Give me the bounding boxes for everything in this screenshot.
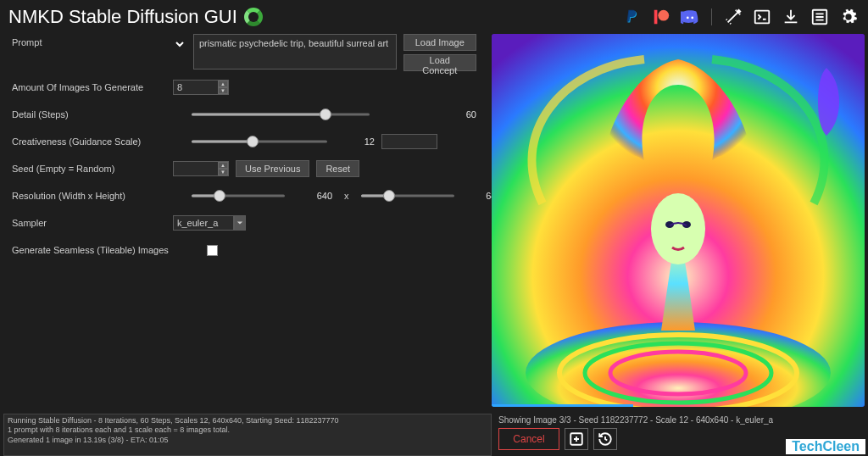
prompt-input[interactable] — [193, 34, 397, 70]
height-slider[interactable] — [361, 188, 454, 203]
use-previous-button[interactable]: Use Previous — [236, 160, 309, 177]
down-arrow-icon[interactable]: ▼ — [218, 87, 228, 94]
svg-point-2 — [687, 17, 689, 19]
progress-bar — [492, 404, 633, 407]
seed-stepper[interactable]: ▲▼ — [173, 161, 229, 176]
svg-rect-0 — [654, 10, 658, 25]
resolution-label: Resolution (Width x Height) — [12, 191, 173, 201]
prompt-row: Prompt Load Image Load Concept — [12, 34, 476, 73]
creative-field[interactable] — [381, 134, 437, 149]
image-info: Showing Image 3/3 - Seed 1182237772 - Sc… — [498, 414, 868, 428]
load-concept-button[interactable]: Load Concept — [403, 54, 476, 71]
seed-label: Seed (Empty = Random) — [12, 164, 173, 174]
amount-stepper[interactable]: ▲▼ — [173, 80, 229, 95]
discord-icon[interactable] — [679, 6, 701, 28]
svg-point-1 — [658, 10, 669, 21]
image-panel — [488, 34, 868, 414]
footer: Running Stable Diffusion - 8 Iterations,… — [0, 414, 868, 456]
svg-point-3 — [691, 17, 693, 19]
sampler-label: Sampler — [12, 218, 173, 228]
logo-icon — [244, 8, 263, 26]
cancel-button[interactable]: Cancel — [498, 428, 559, 450]
terminal-icon[interactable] — [751, 6, 773, 28]
seamless-label: Generate Seamless (Tileable) Images — [12, 245, 207, 255]
dropdown-arrow-icon[interactable] — [234, 215, 246, 231]
gear-icon[interactable] — [837, 6, 860, 28]
title-bar: NMKD Stable Diffusion GUI — [0, 0, 868, 34]
reset-button[interactable]: Reset — [316, 160, 359, 177]
magic-wand-icon[interactable] — [722, 6, 744, 28]
detail-slider[interactable] — [192, 107, 370, 122]
detail-value: 60 — [442, 109, 476, 120]
settings-panel: Prompt Load Image Load Concept Amount Of… — [0, 34, 488, 414]
prompt-label: Prompt — [12, 34, 173, 47]
paypal-icon[interactable] — [621, 6, 643, 28]
header-toolbar — [621, 6, 860, 28]
log-output: Running Stable Diffusion - 8 Iterations,… — [3, 414, 492, 456]
sampler-value: k_euler_a — [173, 215, 234, 231]
load-image-button[interactable]: Load Image — [403, 34, 476, 51]
creative-label: Creativeness (Guidance Scale) — [12, 136, 173, 147]
download-icon[interactable] — [780, 6, 802, 28]
add-image-icon[interactable] — [565, 428, 588, 450]
width-value: 640 — [298, 191, 332, 201]
creative-row: Creativeness (Guidance Scale) 12 — [12, 129, 476, 154]
seamless-row: Generate Seamless (Tileable) Images — [12, 237, 476, 263]
chevron-down-icon[interactable] — [173, 34, 186, 53]
svg-point-12 — [651, 193, 705, 264]
generated-image[interactable] — [492, 34, 865, 407]
detail-row: Detail (Steps) 60 — [12, 102, 476, 127]
sampler-row: Sampler k_euler_a — [12, 210, 476, 236]
history-icon[interactable] — [593, 428, 617, 450]
log-line: 1 prompt with 8 iterations each and 1 sc… — [8, 425, 487, 435]
resolution-row: Resolution (Width x Height) 640 x 640 — [12, 183, 476, 209]
width-slider[interactable] — [192, 188, 285, 203]
x-separator: x — [344, 191, 349, 201]
app-title: NMKD Stable Diffusion GUI — [8, 6, 237, 28]
up-arrow-icon[interactable]: ▲ — [218, 162, 228, 169]
svg-rect-4 — [755, 11, 770, 24]
creative-slider[interactable] — [192, 134, 327, 149]
seamless-checkbox[interactable] — [207, 245, 218, 256]
patreon-icon[interactable] — [650, 6, 672, 28]
log-line: Running Stable Diffusion - 8 Iterations,… — [8, 416, 487, 425]
sampler-select[interactable]: k_euler_a — [173, 215, 246, 231]
detail-label: Detail (Steps) — [12, 109, 173, 120]
down-arrow-icon[interactable]: ▼ — [218, 169, 228, 175]
watermark: TechCleen — [786, 439, 865, 454]
amount-label: Amount Of Images To Generate — [12, 82, 173, 92]
creative-value: 12 — [341, 136, 375, 147]
amount-row: Amount Of Images To Generate ▲▼ — [12, 75, 476, 100]
list-icon[interactable] — [809, 6, 831, 28]
up-arrow-icon[interactable]: ▲ — [218, 81, 228, 87]
separator — [711, 8, 712, 25]
log-line: Generated 1 image in 13.19s (3/8) - ETA:… — [8, 436, 487, 445]
seed-row: Seed (Empty = Random) ▲▼ Use Previous Re… — [12, 156, 476, 181]
